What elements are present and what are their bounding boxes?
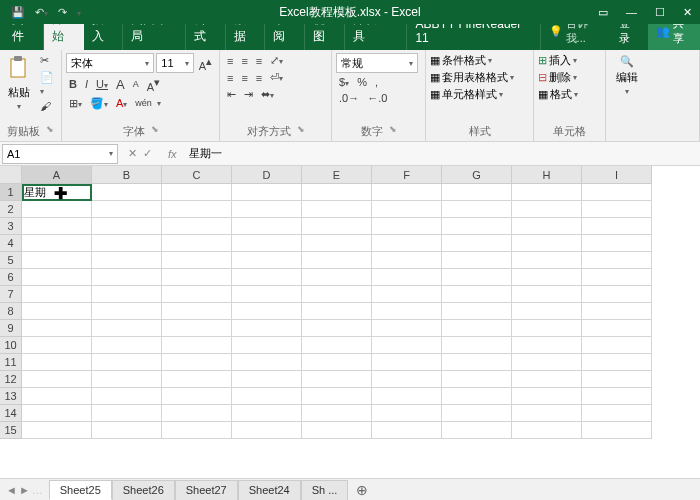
cell[interactable] [582, 371, 652, 388]
formula-bar[interactable]: 星期一 [183, 146, 700, 161]
cell[interactable] [162, 201, 232, 218]
cell[interactable] [442, 252, 512, 269]
cell[interactable] [442, 320, 512, 337]
sheet-nav-prev-icon[interactable]: ◄ [6, 484, 17, 496]
cell[interactable] [302, 286, 372, 303]
cell[interactable] [162, 422, 232, 439]
cell[interactable] [512, 337, 582, 354]
align-bottom-icon[interactable]: ≡ [253, 54, 265, 68]
font-color-icon[interactable]: A▾ [113, 96, 130, 110]
clipboard-dialog-icon[interactable]: ⬊ [46, 124, 54, 139]
cell[interactable] [92, 422, 162, 439]
decrease-indent-icon[interactable]: ⇤ [224, 87, 239, 102]
cell[interactable] [92, 320, 162, 337]
cut-icon[interactable]: ✂ [37, 53, 57, 68]
cell[interactable] [512, 371, 582, 388]
cell[interactable] [442, 303, 512, 320]
name-box[interactable]: A1▾ [2, 144, 118, 164]
save-icon[interactable]: 💾 [8, 6, 28, 19]
cell[interactable] [582, 303, 652, 320]
row-header[interactable]: 12 [0, 371, 22, 388]
cell[interactable] [512, 320, 582, 337]
cell[interactable] [442, 354, 512, 371]
cell[interactable] [302, 269, 372, 286]
undo-icon[interactable]: ↶▾ [32, 6, 51, 19]
percent-icon[interactable]: % [354, 75, 370, 89]
row-header[interactable]: 3 [0, 218, 22, 235]
cell[interactable] [162, 184, 232, 201]
cell[interactable] [372, 371, 442, 388]
cell[interactable] [92, 303, 162, 320]
cell[interactable] [92, 405, 162, 422]
col-header[interactable]: G [442, 166, 512, 184]
cell[interactable] [92, 235, 162, 252]
cell[interactable] [582, 388, 652, 405]
cell[interactable] [302, 252, 372, 269]
cell[interactable] [442, 286, 512, 303]
cell[interactable] [232, 269, 302, 286]
font-name-combo[interactable]: 宋体▾ [66, 53, 154, 73]
cell[interactable] [372, 286, 442, 303]
sheet-tab[interactable]: Sheet26 [112, 480, 175, 500]
cell[interactable] [582, 354, 652, 371]
spreadsheet-grid[interactable]: ABCDEFGHI123456789101112131415星期 ✚ [0, 166, 700, 478]
col-header[interactable]: C [162, 166, 232, 184]
qat-more-icon[interactable]: ▾ [74, 6, 84, 18]
row-header[interactable]: 1 [0, 184, 22, 201]
cell[interactable] [162, 252, 232, 269]
cell[interactable] [442, 269, 512, 286]
cell[interactable] [232, 405, 302, 422]
sheet-tab[interactable]: Sh ... [301, 480, 349, 500]
cell[interactable] [372, 337, 442, 354]
enter-formula-icon[interactable]: ✓ [143, 147, 152, 160]
editing-button[interactable]: 🔍 编辑 ▾ [610, 53, 644, 98]
cell[interactable] [22, 388, 92, 405]
cell[interactable]: 星期 [22, 184, 92, 201]
insert-cells-button[interactable]: ⊞插入▾ [538, 53, 578, 68]
close-icon[interactable]: ✕ [675, 0, 700, 24]
increase-font-icon[interactable]: A▴ [196, 54, 215, 73]
cell[interactable] [22, 337, 92, 354]
cell[interactable] [582, 320, 652, 337]
conditional-format-button[interactable]: ▦条件格式▾ [430, 53, 514, 68]
cell[interactable] [512, 218, 582, 235]
font-size-combo[interactable]: 11▾ [156, 53, 193, 73]
cell[interactable] [232, 252, 302, 269]
cell[interactable] [582, 269, 652, 286]
cell[interactable] [302, 354, 372, 371]
row-header[interactable]: 11 [0, 354, 22, 371]
cell[interactable] [512, 422, 582, 439]
row-header[interactable]: 4 [0, 235, 22, 252]
cell[interactable] [22, 422, 92, 439]
select-all-corner[interactable] [0, 166, 22, 184]
cell[interactable] [302, 405, 372, 422]
sheet-tab[interactable]: Sheet24 [238, 480, 301, 500]
cell[interactable] [232, 218, 302, 235]
col-header[interactable]: E [302, 166, 372, 184]
fill-color-icon[interactable]: 🪣▾ [87, 96, 111, 111]
cell[interactable] [22, 269, 92, 286]
cell[interactable] [22, 252, 92, 269]
cell[interactable] [92, 201, 162, 218]
cell[interactable] [512, 252, 582, 269]
cell[interactable] [512, 303, 582, 320]
decrease-decimal-icon[interactable]: ←.0 [364, 91, 390, 105]
col-header[interactable]: B [92, 166, 162, 184]
align-left-icon[interactable]: ≡ [224, 71, 236, 85]
cell[interactable] [372, 269, 442, 286]
number-dialog-icon[interactable]: ⬊ [389, 124, 397, 139]
cell[interactable] [162, 405, 232, 422]
cell[interactable] [582, 201, 652, 218]
cell[interactable] [232, 201, 302, 218]
italic-button[interactable]: I [82, 77, 91, 91]
bold-button[interactable]: B [66, 77, 80, 91]
cell[interactable] [582, 218, 652, 235]
cell[interactable] [232, 337, 302, 354]
cell[interactable] [232, 286, 302, 303]
cell[interactable] [512, 184, 582, 201]
align-center-icon[interactable]: ≡ [238, 71, 250, 85]
cell[interactable] [232, 320, 302, 337]
cell[interactable] [512, 269, 582, 286]
cell[interactable] [442, 337, 512, 354]
cell[interactable] [372, 201, 442, 218]
